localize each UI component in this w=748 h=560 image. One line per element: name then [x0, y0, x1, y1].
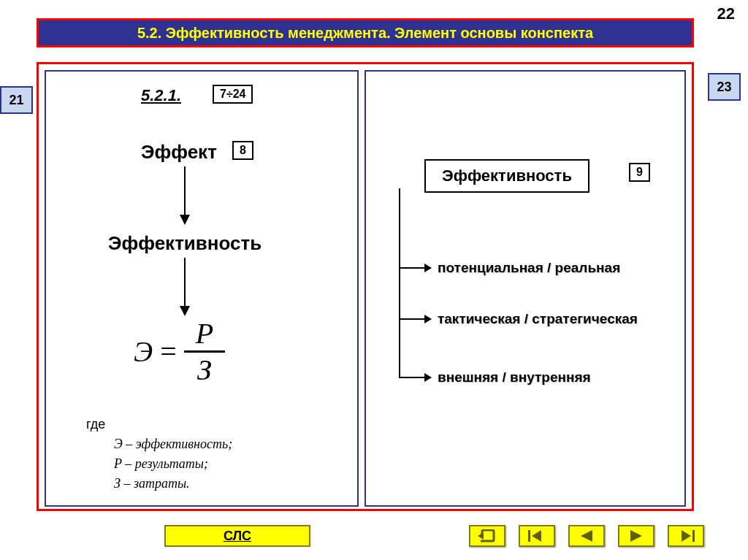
reference-box-1: 7÷24	[213, 85, 253, 104]
label-effectiveness: Эффективность	[108, 232, 262, 255]
legend-z: З – затраты.	[114, 476, 190, 491]
svg-rect-10	[692, 530, 695, 542]
branch-3: внешняя / внутренняя	[438, 369, 591, 386]
last-icon	[677, 530, 695, 542]
right-column: Эффективность 9 потенциальная / реальная…	[365, 70, 686, 507]
svg-marker-4	[478, 532, 484, 540]
svg-marker-3	[180, 306, 190, 316]
nav-button-group	[469, 525, 704, 547]
formula-numerator: P	[184, 316, 225, 350]
nav-last-button[interactable]	[668, 525, 704, 547]
branch-1: потенциальная / реальная	[438, 260, 620, 276]
first-icon	[528, 530, 546, 542]
title-text: 5.2. Эффективность менеджмента. Элемент …	[137, 25, 593, 42]
content-frame: 5.2.1. 7÷24 Эффект 8 Эффективность Э = P…	[37, 62, 694, 511]
formula-equals: =	[160, 334, 177, 369]
svg-marker-9	[682, 530, 691, 542]
arrow-right-icon	[424, 315, 432, 323]
nav-first-button[interactable]	[519, 525, 555, 547]
section-number: 5.2.1.	[141, 86, 181, 105]
formula-denominator: З	[186, 353, 224, 387]
triangle-right-icon	[629, 530, 644, 542]
nav-forward-button[interactable]	[618, 525, 654, 547]
sls-label: СЛС	[224, 529, 251, 544]
legend-p: P – результаты;	[114, 456, 208, 471]
nav-return-button[interactable]	[469, 525, 505, 547]
left-column: 5.2.1. 7÷24 Эффект 8 Эффективность Э = P…	[45, 70, 359, 507]
branch-line	[399, 318, 424, 320]
arrow-down-icon	[178, 166, 192, 225]
reference-box-3: 9	[629, 163, 650, 182]
effectiveness-box: Эффективность	[424, 159, 589, 193]
sls-button[interactable]: СЛС	[164, 525, 310, 547]
formula-fraction: P З	[184, 316, 225, 387]
svg-marker-1	[180, 215, 190, 225]
label-effect: Эффект	[141, 141, 217, 164]
svg-marker-6	[532, 530, 541, 542]
reference-box-2: 8	[232, 141, 253, 160]
branch-line	[399, 377, 424, 378]
arrow-right-icon	[424, 373, 432, 382]
svg-marker-7	[581, 530, 592, 542]
prev-slide-number: 21	[9, 93, 23, 108]
branch-2: тактическая / стратегическая	[438, 311, 638, 327]
formula-legend: где Э – эффективность; P – результаты; З…	[86, 415, 232, 494]
branch-trunk	[399, 188, 400, 378]
title-bar: 5.2. Эффективность менеджмента. Элемент …	[37, 18, 694, 47]
nav-back-button[interactable]	[568, 525, 605, 547]
arrow-down-icon	[178, 258, 192, 316]
page-number: 22	[717, 4, 735, 23]
arrow-right-icon	[424, 264, 432, 272]
footer-bar: СЛС	[0, 518, 748, 547]
triangle-left-icon	[579, 530, 594, 542]
formula-lhs: Э	[134, 334, 153, 369]
svg-rect-5	[528, 530, 530, 542]
legend-e: Э – эффективность;	[114, 437, 232, 451]
next-slide-link[interactable]: 23	[708, 73, 741, 101]
next-slide-number: 23	[717, 80, 731, 95]
formula: Э = P З	[134, 316, 225, 387]
return-icon	[478, 529, 497, 542]
branch-line	[399, 267, 424, 269]
svg-marker-8	[630, 530, 642, 542]
prev-slide-link[interactable]: 21	[0, 86, 33, 114]
legend-where: где	[86, 415, 232, 434]
